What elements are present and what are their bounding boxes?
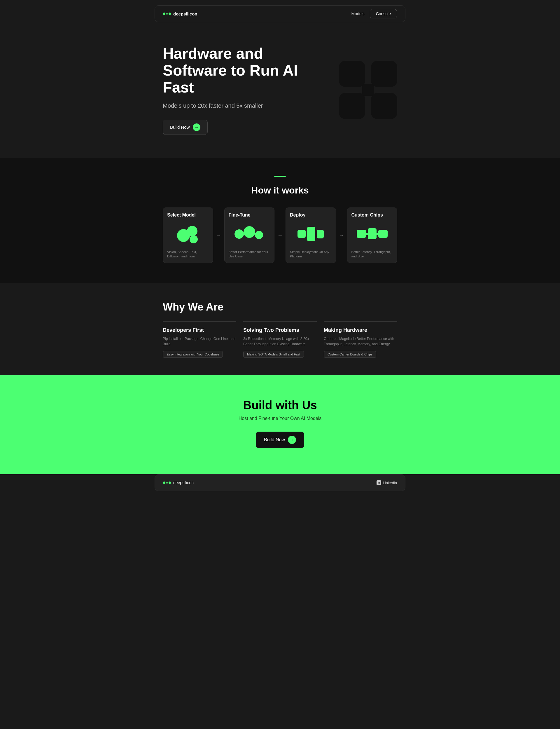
svg-rect-6 <box>297 230 306 238</box>
build-cta-button[interactable]: Build Now → <box>256 432 304 448</box>
hero-shape <box>339 61 397 119</box>
step-4-visual <box>351 222 393 246</box>
step-4-title: Custom Chips <box>351 212 393 218</box>
footer-logo: deepsilicon <box>163 480 194 485</box>
hero-build-label: Build Now <box>170 125 190 130</box>
build-cta-label: Build Now <box>264 437 285 443</box>
logo-text: deepsilicon <box>173 11 197 16</box>
svg-rect-9 <box>357 230 366 238</box>
hero-sq-bl <box>339 93 365 119</box>
steps-wrapper: Select Model Vision, Speech, Text, Diffu… <box>163 207 397 263</box>
hero-graphic <box>339 61 397 119</box>
linkedin-icon: in <box>377 480 381 485</box>
build-heading: Build with Us <box>163 399 397 412</box>
footer-inner: deepsilicon in Linkedin <box>155 474 405 491</box>
why-card-1-title: Developers First <box>163 327 236 333</box>
nav-console-button[interactable]: Console <box>370 9 397 18</box>
svg-point-2 <box>190 235 198 243</box>
logo-dot-3 <box>169 13 171 15</box>
hero-section: Hardware and Software to Run AI Fast Mod… <box>155 27 405 158</box>
svg-rect-10 <box>368 228 377 239</box>
svg-point-4 <box>244 226 255 238</box>
nav-links: Models Console <box>351 9 397 18</box>
footer-logo-icon <box>163 482 171 484</box>
step-1-title: Select Model <box>167 212 209 218</box>
how-title: How it works <box>163 185 397 196</box>
arrow-1: → <box>216 207 221 263</box>
step-custom-chips: Custom Chips Better Latency, Throughput,… <box>347 207 398 263</box>
why-card-2: Solving Two Problems 3x Reduction in Mem… <box>243 321 317 358</box>
build-inner: Build with Us Host and Fine-tune Your Ow… <box>155 399 405 448</box>
step-3-title: Deploy <box>290 212 332 218</box>
svg-rect-13 <box>377 233 378 235</box>
hero-build-button[interactable]: Build Now → <box>163 120 208 135</box>
svg-rect-11 <box>378 230 388 238</box>
step-3-svg <box>296 224 325 244</box>
step-select-model: Select Model Vision, Speech, Text, Diffu… <box>163 207 213 263</box>
hero-sq-tl <box>339 61 365 87</box>
svg-rect-7 <box>307 227 315 241</box>
footer-logo-dot-2 <box>166 482 168 484</box>
footer-logo-dot-3 <box>169 482 171 484</box>
step-3-visual <box>290 222 332 246</box>
hero-build-arrow-icon: → <box>193 123 200 131</box>
svg-point-1 <box>187 226 197 236</box>
build-section: Build with Us Host and Fine-tune Your Ow… <box>0 375 560 474</box>
how-inner: How it works Select Model Vision, Speech… <box>155 176 405 263</box>
step-2-visual <box>229 222 270 246</box>
footer-linkedin-label: Linkedin <box>383 481 397 485</box>
step-3-desc: Simple Deployment On Any Platform <box>290 250 332 259</box>
step-4-svg <box>356 225 388 243</box>
why-card-1-desc: Pip install our Package, Change One Line… <box>163 336 236 347</box>
hero-sq-tr <box>371 61 397 87</box>
why-card-1-tag: Easy Integration with Your Codebase <box>163 351 223 358</box>
how-section: How it works Select Model Vision, Speech… <box>0 158 560 284</box>
why-card-2-tag: Making SOTA Models Small and Fast <box>243 351 304 358</box>
why-card-2-title: Solving Two Problems <box>243 327 317 333</box>
logo-icon <box>163 13 171 15</box>
navbar: deepsilicon Models Console <box>155 5 405 22</box>
why-section: Why We Are Developers First Pip install … <box>0 283 560 375</box>
hero-subtitle: Models up to 20x faster and 5x smaller <box>163 102 314 109</box>
nav-models-link[interactable]: Models <box>351 11 364 16</box>
step-4-desc: Better Latency, Throughput, and Size <box>351 250 393 259</box>
step-1-desc: Vision, Speech, Text, Diffusion, and mor… <box>167 250 209 259</box>
why-card-1: Developers First Pip install our Package… <box>163 321 236 358</box>
step-1-svg <box>173 222 202 246</box>
footer: deepsilicon in Linkedin <box>0 474 560 497</box>
step-2-desc: Better Performance for Your Use Case <box>229 250 270 259</box>
svg-point-5 <box>255 231 263 239</box>
nav-logo: deepsilicon <box>163 11 197 16</box>
build-subtitle: Host and Fine-tune Your Own AI Models <box>163 416 397 421</box>
why-card-2-desc: 3x Reduction in Memory Usage with 2-20x … <box>243 336 317 347</box>
section-divider <box>274 176 286 177</box>
logo-dot-1 <box>163 13 165 15</box>
why-grid: Developers First Pip install our Package… <box>163 321 397 358</box>
hero-text: Hardware and Software to Run AI Fast Mod… <box>163 45 314 135</box>
why-card-3-desc: Orders of Magnitude Better Performance w… <box>324 336 397 347</box>
hero-sq-br <box>371 93 397 119</box>
footer-linkedin-link[interactable]: in Linkedin <box>377 480 397 485</box>
step-fine-tune: Fine-Tune Better Performance for Your Us… <box>224 207 275 263</box>
arrow-3: → <box>339 207 344 263</box>
step-2-svg <box>233 224 265 244</box>
step-1-visual <box>167 222 209 246</box>
why-card-3: Making Hardware Orders of Magnitude Bett… <box>324 321 397 358</box>
svg-rect-12 <box>366 233 368 235</box>
hero-sq-connector <box>362 84 374 96</box>
why-inner: Why We Are Developers First Pip install … <box>155 301 405 358</box>
arrow-2: → <box>277 207 283 263</box>
hero-title: Hardware and Software to Run AI Fast <box>163 45 314 96</box>
footer-logo-text: deepsilicon <box>173 480 194 485</box>
logo-dot-2 <box>166 13 168 15</box>
step-deploy: Deploy Simple Deployment On Any Platform <box>286 207 336 263</box>
build-cta-arrow-icon: → <box>288 436 296 444</box>
step-2-title: Fine-Tune <box>229 212 270 218</box>
why-card-3-tag: Custom Carrier Boards & Chips <box>324 351 376 358</box>
why-title: Why We Are <box>163 301 397 313</box>
footer-logo-dot-1 <box>163 482 165 484</box>
why-card-3-title: Making Hardware <box>324 327 397 333</box>
svg-rect-8 <box>317 230 324 238</box>
svg-point-3 <box>235 229 244 239</box>
